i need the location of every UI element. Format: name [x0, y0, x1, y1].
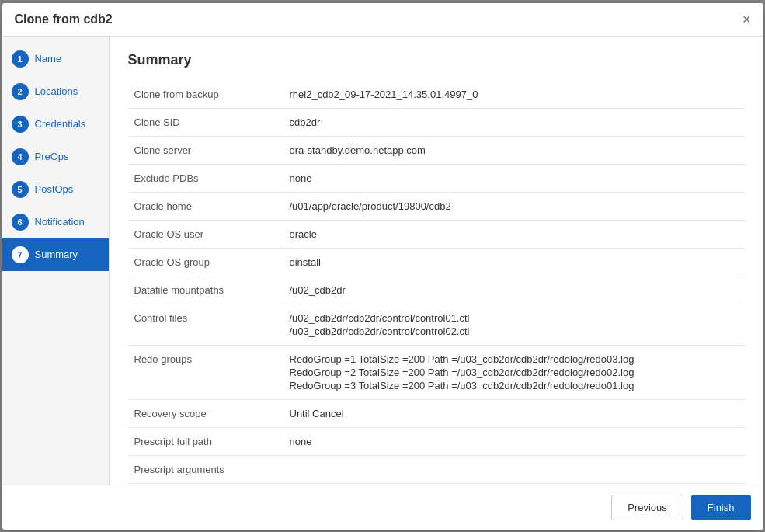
- sidebar-item-preops[interactable]: 4PreOps: [2, 141, 109, 173]
- step-number-4: 4: [12, 148, 29, 165]
- row-value: oracle: [283, 220, 745, 248]
- sidebar-label-locations: Locations: [35, 85, 78, 97]
- row-label: Clone from backup: [128, 81, 283, 109]
- finish-button[interactable]: Finish: [691, 495, 751, 520]
- row-label: Oracle home: [128, 192, 283, 220]
- modal-overlay: Clone from cdb2 × 1Name2Locations3Creden…: [0, 0, 765, 532]
- table-row: Recovery scopeUntil Cancel: [128, 399, 745, 427]
- row-value: /u02_cdb2dr/cdb2dr/control/control01.ctl…: [283, 304, 745, 345]
- row-value: /u02_cdb2dr: [283, 276, 745, 304]
- sidebar-label-postops: PostOps: [35, 183, 74, 195]
- row-label: Oracle OS user: [128, 220, 283, 248]
- content-title: Summary: [128, 52, 745, 68]
- table-row: Clone from backuprhel2_cdb2_09-17-2021_1…: [128, 81, 745, 109]
- sidebar-label-notification: Notification: [35, 216, 85, 228]
- main-content: Summary Clone from backuprhel2_cdb2_09-1…: [110, 37, 763, 485]
- sidebar-item-name[interactable]: 1Name: [2, 43, 109, 75]
- table-row: Prescript arguments: [128, 455, 745, 483]
- row-label: Clone server: [128, 136, 283, 164]
- table-row: Clone SIDcdb2dr: [128, 108, 745, 136]
- row-label: Control files: [128, 304, 283, 345]
- row-label: Clone SID: [128, 108, 283, 136]
- step-number-6: 6: [12, 214, 29, 231]
- modal: Clone from cdb2 × 1Name2Locations3Creden…: [2, 3, 763, 530]
- content-area: Summary Clone from backuprhel2_cdb2_09-1…: [110, 37, 763, 485]
- close-button[interactable]: ×: [742, 12, 751, 26]
- sidebar-item-locations[interactable]: 2Locations: [2, 75, 109, 108]
- table-row: Redo groupsRedoGroup =1 TotalSize =200 P…: [128, 345, 745, 399]
- step-number-3: 3: [12, 116, 29, 133]
- modal-footer: Previous Finish: [2, 485, 763, 530]
- table-row: Datafile mountpaths/u02_cdb2dr: [128, 276, 745, 304]
- sidebar: 1Name2Locations3Credentials4PreOps5PostO…: [2, 37, 110, 485]
- row-value: /u01/app/oracle/product/19800/cdb2: [283, 192, 745, 220]
- step-number-5: 5: [12, 181, 29, 198]
- row-label: Oracle OS group: [128, 248, 283, 276]
- row-label: Prescript full path: [128, 427, 283, 455]
- sidebar-label-credentials: Credentials: [35, 118, 86, 130]
- step-number-1: 1: [12, 50, 29, 68]
- row-value: [283, 455, 745, 483]
- modal-title: Clone from cdb2: [15, 12, 113, 26]
- sidebar-label-preops: PreOps: [35, 151, 69, 162]
- modal-header: Clone from cdb2 ×: [2, 3, 763, 37]
- row-value: cdb2dr: [283, 108, 745, 136]
- previous-button[interactable]: Previous: [611, 495, 683, 520]
- row-label: Recovery scope: [128, 399, 283, 427]
- row-value: none: [283, 427, 745, 455]
- row-value: oinstall: [283, 248, 745, 276]
- sidebar-label-name: Name: [35, 53, 62, 64]
- sidebar-item-summary[interactable]: 7Summary: [2, 238, 109, 271]
- step-number-7: 7: [12, 246, 29, 263]
- sidebar-item-notification[interactable]: 6Notification: [2, 206, 109, 238]
- row-value: rhel2_cdb2_09-17-2021_14.35.01.4997_0: [283, 81, 745, 109]
- row-label: Datafile mountpaths: [128, 276, 283, 304]
- table-row: Oracle home/u01/app/oracle/product/19800…: [128, 192, 745, 220]
- row-value: RedoGroup =1 TotalSize =200 Path =/u03_c…: [283, 345, 745, 399]
- table-row: Clone serverora-standby.demo.netapp.com: [128, 136, 745, 164]
- summary-table: Clone from backuprhel2_cdb2_09-17-2021_1…: [128, 81, 745, 485]
- table-row: Oracle OS groupoinstall: [128, 248, 745, 276]
- row-value: none: [283, 164, 745, 192]
- table-row: Prescript full pathnone: [128, 427, 745, 455]
- row-value: ora-standby.demo.netapp.com: [283, 136, 745, 164]
- modal-body: 1Name2Locations3Credentials4PreOps5PostO…: [2, 37, 763, 485]
- table-row: Control files/u02_cdb2dr/cdb2dr/control/…: [128, 304, 745, 345]
- table-row: Exclude PDBsnone: [128, 164, 745, 192]
- step-number-2: 2: [12, 83, 29, 100]
- sidebar-item-postops[interactable]: 5PostOps: [2, 173, 109, 206]
- row-label: Prescript arguments: [128, 455, 283, 483]
- table-row: Oracle OS useroracle: [128, 220, 745, 248]
- sidebar-item-credentials[interactable]: 3Credentials: [2, 108, 109, 141]
- row-value: Until Cancel: [283, 399, 745, 427]
- row-label: Exclude PDBs: [128, 164, 283, 192]
- row-label: Redo groups: [128, 345, 283, 399]
- sidebar-label-summary: Summary: [35, 249, 78, 260]
